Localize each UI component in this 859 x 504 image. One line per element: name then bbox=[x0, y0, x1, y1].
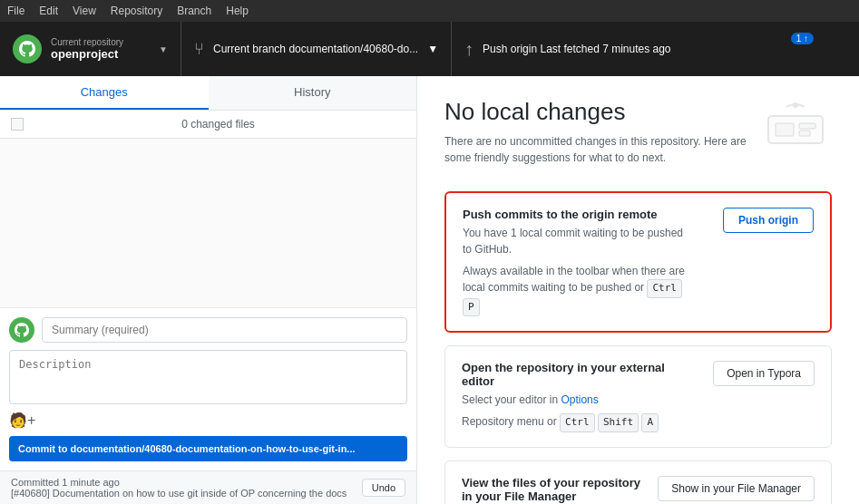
push-commits-desc: You have 1 local commit waiting to be pu… bbox=[463, 225, 690, 257]
svg-point-4 bbox=[793, 102, 798, 108]
menu-view[interactable]: View bbox=[73, 5, 96, 17]
menubar: File Edit View Repository Branch Help bbox=[0, 0, 859, 22]
push-label: Push origin bbox=[483, 43, 537, 55]
kbd-a: A bbox=[641, 413, 659, 432]
push-up-icon: ↑ bbox=[464, 39, 473, 60]
file-manager-title: View the files of your repository in you… bbox=[462, 476, 643, 503]
show-file-manager-button[interactable]: Show in your File Manager bbox=[658, 476, 815, 501]
svg-rect-1 bbox=[776, 123, 794, 136]
open-editor-desc: Select your editor in Options bbox=[462, 392, 691, 408]
description-input[interactable] bbox=[9, 350, 407, 404]
changed-files-bar: 0 changed files bbox=[0, 111, 416, 139]
repo-chevron-icon: ▼ bbox=[159, 44, 168, 54]
right-header-text: No local changes There are no uncommitte… bbox=[444, 98, 753, 184]
summary-input[interactable] bbox=[42, 317, 407, 343]
tab-changes[interactable]: Changes bbox=[0, 76, 209, 110]
current-branch-button[interactable]: ⑂ Current branch documentation/40680-do.… bbox=[181, 22, 452, 76]
open-editor-card: Open the repository in your external edi… bbox=[444, 345, 832, 448]
footer-committed: Committed 1 minute ago bbox=[11, 477, 347, 488]
open-typora-button[interactable]: Open in Typora bbox=[713, 361, 815, 386]
footer-bar: Committed 1 minute ago [#40680] Document… bbox=[0, 470, 416, 504]
push-commits-shortcut: Always available in the toolbar when the… bbox=[463, 263, 690, 316]
undo-button[interactable]: Undo bbox=[362, 479, 405, 497]
menu-file[interactable]: File bbox=[7, 5, 24, 17]
menu-repository[interactable]: Repository bbox=[111, 5, 162, 17]
menu-edit[interactable]: Edit bbox=[39, 5, 58, 17]
footer-info: Committed 1 minute ago [#40680] Document… bbox=[11, 477, 347, 499]
push-commits-action: Push origin bbox=[705, 208, 814, 233]
svg-rect-2 bbox=[799, 123, 815, 129]
avatar bbox=[9, 317, 34, 343]
repo-icon bbox=[13, 34, 42, 63]
repo-sublabel: Current repository bbox=[51, 37, 123, 47]
add-person-icon: 🧑+ bbox=[9, 412, 35, 429]
toolbar: Current repository openproject ▼ ⑂ Curre… bbox=[0, 22, 859, 76]
push-commits-title: Push commits to the origin remote bbox=[463, 208, 690, 221]
tab-history[interactable]: History bbox=[209, 76, 417, 110]
changed-files-count: 0 changed files bbox=[31, 118, 405, 131]
kbd-ctrl2: Ctrl bbox=[560, 413, 595, 432]
summary-row bbox=[9, 317, 407, 343]
kbd-shift: Shift bbox=[598, 413, 639, 432]
current-repo-button[interactable]: Current repository openproject ▼ bbox=[0, 22, 181, 76]
right-panel: No local changes There are no uncommitte… bbox=[417, 76, 859, 504]
footer-message: [#40680] Documentation on how to use git… bbox=[11, 488, 347, 499]
left-panel: Changes History 0 changed files 🧑+ Commi… bbox=[0, 76, 417, 504]
branch-icon: ⑂ bbox=[194, 40, 204, 59]
options-link[interactable]: Options bbox=[561, 393, 598, 406]
file-manager-content: View the files of your repository in you… bbox=[462, 476, 643, 505]
open-editor-action: Open in Typora bbox=[706, 361, 815, 386]
push-commits-content: Push commits to the origin remote You ha… bbox=[463, 208, 690, 316]
open-editor-content: Open the repository in your external edi… bbox=[462, 361, 691, 432]
branch-chevron-icon: ▼ bbox=[427, 43, 438, 55]
kbd-p: P bbox=[463, 298, 480, 317]
changes-area bbox=[0, 139, 416, 307]
kbd-ctrl: Ctrl bbox=[647, 279, 682, 298]
branch-sublabel: Current branch bbox=[213, 43, 286, 55]
commit-button[interactable]: Commit to documentation/40680-documentat… bbox=[9, 436, 407, 461]
tabs: Changes History bbox=[0, 76, 416, 111]
repo-labels: Current repository openproject bbox=[51, 37, 123, 61]
commit-area: 🧑+ Commit to documentation/40680-documen… bbox=[0, 307, 416, 470]
file-manager-card: View the files of your repository in you… bbox=[444, 460, 832, 505]
push-origin-button[interactable]: Push origin bbox=[723, 208, 814, 233]
file-manager-action: Show in your File Manager bbox=[658, 476, 815, 501]
push-sublabel: Last fetched 7 minutes ago bbox=[540, 43, 670, 55]
main-layout: Changes History 0 changed files 🧑+ Commi… bbox=[0, 76, 859, 504]
right-header-row: No local changes There are no uncommitte… bbox=[444, 98, 832, 184]
push-origin-toolbar-button[interactable]: ↑ Push origin Last fetched 7 minutes ago… bbox=[452, 22, 859, 76]
repo-name: openproject bbox=[51, 47, 123, 61]
push-commits-card: Push commits to the origin remote You ha… bbox=[444, 191, 832, 333]
select-all-checkbox[interactable] bbox=[11, 118, 24, 131]
commit-author-row: 🧑+ bbox=[9, 412, 407, 429]
svg-rect-3 bbox=[799, 131, 810, 136]
no-changes-illustration bbox=[759, 98, 832, 152]
menu-branch[interactable]: Branch bbox=[177, 5, 211, 17]
branch-labels: Current branch documentation/40680-do... bbox=[213, 43, 418, 55]
push-badge: 1 ↑ bbox=[791, 33, 814, 44]
push-labels: Push origin Last fetched 7 minutes ago bbox=[483, 43, 670, 55]
open-editor-title: Open the repository in your external edi… bbox=[462, 361, 691, 388]
menu-help[interactable]: Help bbox=[226, 5, 249, 17]
open-editor-shortcut: Repository menu or Ctrl Shift A bbox=[462, 413, 691, 432]
branch-name: documentation/40680-do... bbox=[288, 43, 418, 55]
no-changes-desc: There are no uncommitted changes in this… bbox=[444, 133, 753, 166]
no-changes-title: No local changes bbox=[444, 98, 753, 126]
